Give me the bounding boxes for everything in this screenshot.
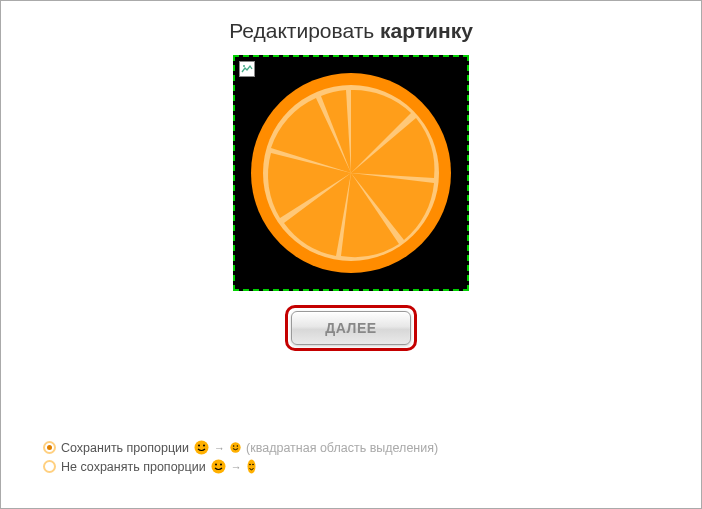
next-button-highlight: ДАЛЕЕ [285,305,417,351]
option-no-keep-proportions[interactable]: Не сохранять пропорции → [43,459,438,474]
svg-point-4 [198,445,200,447]
radio-nokeep[interactable] [43,460,56,473]
svg-point-3 [195,441,209,455]
proportion-options: Сохранить пропорции → (квадратная област… [43,436,438,478]
smiley-icon [211,459,226,474]
smiley-squished-icon [247,459,256,474]
svg-point-11 [220,464,222,466]
arrow-icon: → [231,461,242,473]
smiley-icon [230,442,241,453]
svg-point-9 [211,460,225,474]
svg-point-10 [215,464,217,466]
svg-point-13 [249,464,251,466]
image-crop-area[interactable] [233,55,469,291]
svg-point-0 [243,65,245,67]
svg-point-7 [233,445,234,446]
svg-point-5 [203,445,205,447]
svg-point-12 [247,460,255,474]
option-keep-hint: (квадратная область выделения) [246,441,438,455]
smiley-icon [194,440,209,455]
svg-point-8 [237,445,238,446]
svg-point-14 [252,464,254,466]
option-keep-label: Сохранить пропорции [61,441,189,455]
arrow-icon: → [214,442,225,454]
radio-keep[interactable] [43,441,56,454]
title-light: Редактировать [229,19,374,42]
option-nokeep-label: Не сохранять пропорции [61,460,206,474]
orange-illustration [246,68,456,278]
option-keep-proportions[interactable]: Сохранить пропорции → (квадратная област… [43,440,438,455]
next-button[interactable]: ДАЛЕЕ [291,311,411,345]
page-title: Редактировать картинку [1,1,701,51]
svg-point-6 [230,442,240,452]
title-bold: картинку [380,19,473,42]
